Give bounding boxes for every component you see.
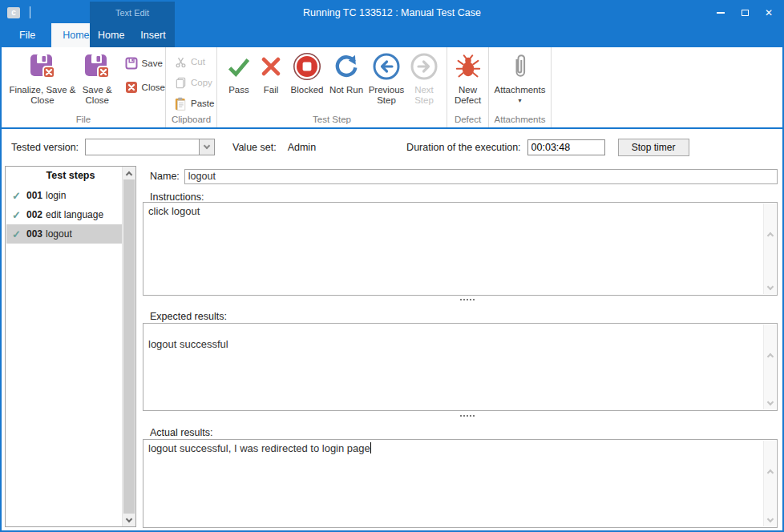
tested-version-combobox[interactable] xyxy=(85,139,215,155)
tab-ctx-home[interactable]: Home xyxy=(90,23,132,47)
tested-version-label: Tested version: xyxy=(11,142,85,153)
red-x-icon xyxy=(124,80,139,95)
expected-results-textarea[interactable]: logout successful xyxy=(143,323,778,411)
scroll-down-icon[interactable] xyxy=(764,281,776,294)
test-step-row-003-selected[interactable]: ✓ 003 logout xyxy=(6,224,122,244)
blocked-button[interactable]: Blocked xyxy=(286,49,328,95)
ribbon-group-test-step: Pass Fail Blocked xyxy=(217,47,447,127)
test-steps-header: Test steps xyxy=(6,167,135,184)
execution-params-bar: Tested version: Value set: Admin Duratio… xyxy=(2,129,782,165)
check-icon: ✓ xyxy=(12,190,26,202)
scroll-down-icon[interactable] xyxy=(764,397,776,409)
main-area: Test steps ✓ 001 login ✓ 002 edit langua… xyxy=(2,165,782,532)
instructions-textarea[interactable]: click logout xyxy=(143,202,778,296)
floppy-disk-icon xyxy=(124,56,139,71)
group-label-file: File xyxy=(2,114,165,127)
text-caret xyxy=(370,442,371,453)
chevron-down-icon xyxy=(204,143,210,149)
chevron-down-icon[interactable]: ▾ xyxy=(518,98,521,104)
value-set-label: Value set: xyxy=(232,142,277,153)
ribbon-empty-space xyxy=(552,47,782,127)
fail-button[interactable]: Fail xyxy=(256,49,286,95)
test-steps-scrollbar[interactable] xyxy=(122,167,135,526)
tested-version-input[interactable] xyxy=(86,139,199,155)
group-label-clipboard: Clipboard xyxy=(166,114,216,127)
ribbon-group-defect: New Defect Defect xyxy=(447,47,489,127)
scroll-up-icon[interactable] xyxy=(123,167,135,179)
paperclip-icon xyxy=(512,52,528,84)
cut-button: Cut xyxy=(173,52,205,71)
not-run-button[interactable]: Not Run xyxy=(328,49,365,95)
clipboard-paste-icon xyxy=(173,96,188,111)
minimize-button[interactable] xyxy=(709,2,733,23)
save-button[interactable]: Save xyxy=(124,54,165,73)
splitter-dots[interactable] xyxy=(143,415,779,417)
stop-circle-icon xyxy=(293,52,321,84)
textarea-scrollbar[interactable] xyxy=(763,204,776,294)
textarea-scrollbar[interactable] xyxy=(763,441,776,526)
green-check-icon xyxy=(225,53,253,83)
maximize-button[interactable] xyxy=(733,2,757,23)
save-and-close-button[interactable]: Save & Close xyxy=(77,49,118,106)
pass-button[interactable]: Pass xyxy=(222,49,256,95)
close-button[interactable]: ✕ xyxy=(757,2,781,23)
test-step-row-002[interactable]: ✓ 002 edit language xyxy=(6,205,122,224)
ribbon: Finalize, Save & Close Save & Close Save xyxy=(2,47,782,129)
paste-button[interactable]: Paste xyxy=(173,94,214,113)
app-window: c Running TC 133512 : Manual Test Case ✕… xyxy=(0,0,784,532)
next-step-button: Next Step xyxy=(408,49,440,106)
actual-results-label: Actual results: xyxy=(150,427,213,438)
duration-input[interactable] xyxy=(527,139,605,155)
splitter-dots[interactable] xyxy=(143,299,779,300)
ribbon-tab-bar: File Home Text Edit Home Insert xyxy=(2,23,782,47)
scrollbar-thumb[interactable] xyxy=(123,179,135,514)
scroll-down-icon[interactable] xyxy=(123,514,135,526)
combobox-dropdown-button[interactable] xyxy=(199,139,214,155)
step-editor: Name: Instructions: click logout Expecte… xyxy=(143,165,779,530)
stop-timer-button[interactable]: Stop timer xyxy=(618,139,689,156)
scroll-up-icon[interactable] xyxy=(764,465,776,478)
scroll-up-icon[interactable] xyxy=(764,349,776,361)
minimize-icon xyxy=(717,12,725,14)
value-set-value: Admin xyxy=(288,142,316,153)
name-label: Name: xyxy=(150,171,180,182)
close-button-ribbon[interactable]: Close xyxy=(124,78,165,97)
test-steps-list: ✓ 001 login ✓ 002 edit language ✓ 003 lo… xyxy=(6,186,122,526)
check-icon: ✓ xyxy=(12,228,26,240)
bug-icon xyxy=(455,54,481,83)
actual-results-textarea[interactable]: logout successful, I was redirected to l… xyxy=(143,439,778,528)
ribbon-group-attachments: Attachments ▾ Attachments xyxy=(489,47,552,127)
quick-access-separator xyxy=(30,6,30,18)
name-input[interactable] xyxy=(184,169,778,184)
finalize-save-close-button[interactable]: Finalize, Save & Close xyxy=(8,49,77,106)
attachments-button[interactable]: Attachments ▾ xyxy=(490,49,551,104)
copy-button: Copy xyxy=(173,73,212,92)
group-label-defect: Defect xyxy=(447,114,488,127)
contextual-group-label: Text Edit xyxy=(90,2,175,23)
expected-results-label: Expected results: xyxy=(150,311,227,322)
tab-ctx-insert[interactable]: Insert xyxy=(132,23,173,47)
window-controls: ✕ xyxy=(709,2,781,23)
textarea-scrollbar[interactable] xyxy=(763,324,776,409)
previous-step-button[interactable]: Previous Step xyxy=(365,49,408,106)
copy-pages-icon xyxy=(173,75,188,90)
app-icon[interactable]: c xyxy=(7,7,20,18)
floppy-disk-delete-icon xyxy=(29,53,56,83)
maximize-icon xyxy=(742,10,749,16)
scroll-down-icon[interactable] xyxy=(764,514,776,526)
arrow-right-circle-icon xyxy=(410,52,438,84)
test-step-row-001[interactable]: ✓ 001 login xyxy=(6,186,122,205)
floppy-disk-delete-icon xyxy=(83,53,111,83)
group-label-attachments: Attachments xyxy=(489,114,551,127)
scroll-up-icon[interactable] xyxy=(764,228,776,240)
check-icon: ✓ xyxy=(12,209,26,221)
arrow-left-circle-icon xyxy=(372,52,401,84)
duration-label: Duration of the execution: xyxy=(406,142,520,153)
tab-file[interactable]: File xyxy=(8,23,46,47)
scissors-icon xyxy=(173,54,188,69)
red-x-mark-icon xyxy=(258,54,284,83)
ribbon-group-file: Finalize, Save & Close Save & Close Save xyxy=(2,47,166,127)
new-defect-button[interactable]: New Defect xyxy=(448,49,488,106)
ribbon-group-clipboard: Cut Copy Paste Clipboard xyxy=(166,47,217,127)
instructions-label: Instructions: xyxy=(150,191,204,203)
